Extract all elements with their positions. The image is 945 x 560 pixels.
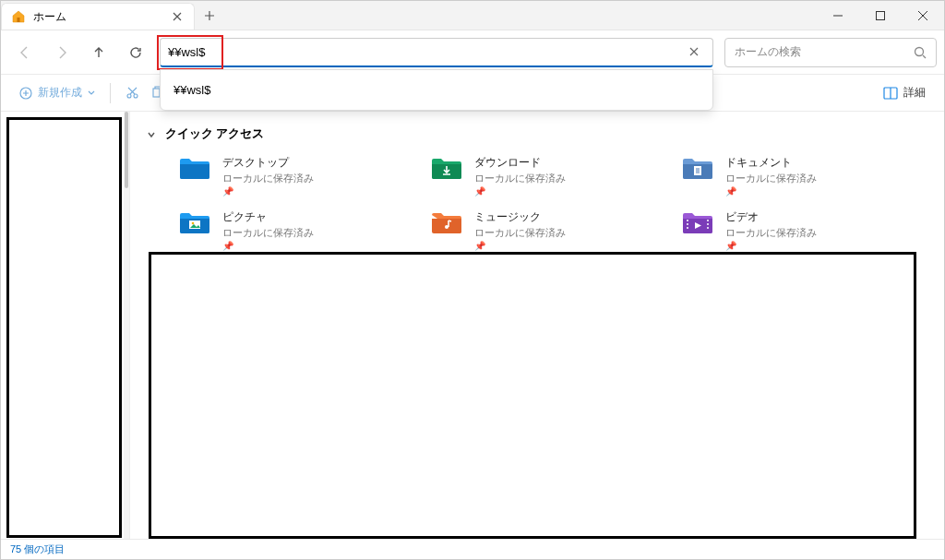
details-label: 詳細: [903, 85, 926, 101]
qa-name: ドキュメント: [725, 155, 817, 171]
maximize-button[interactable]: [859, 1, 902, 30]
qa-name: ミュージック: [474, 209, 566, 225]
qa-item-download[interactable]: ダウンロード ローカルに保存済み 📌: [430, 155, 673, 197]
tab-title: ホーム: [33, 9, 162, 25]
qa-sub: ローカルに保存済み: [222, 226, 314, 240]
svg-point-4: [127, 94, 131, 98]
window-controls: [817, 1, 944, 30]
home-icon: [11, 9, 26, 24]
qa-item-document[interactable]: ドキュメント ローカルに保存済み 📌: [681, 155, 924, 197]
main-redaction: [149, 252, 916, 539]
clear-address-icon[interactable]: [683, 41, 705, 63]
folder-picture-icon: [178, 209, 211, 235]
forward-button[interactable]: [45, 36, 78, 69]
status-bar: 75 個の項目: [1, 539, 944, 559]
qa-pin: 📌: [222, 241, 314, 251]
qa-sub: ローカルに保存済み: [725, 172, 817, 185]
qa-item-video[interactable]: ビデオ ローカルに保存済み 📌: [681, 209, 924, 251]
navbar: ¥¥wsl$ ホームの検索: [1, 30, 944, 75]
body: クイック アクセス デスクトップ ローカルに保存済み 📌: [1, 112, 944, 539]
quick-access-heading: クイック アクセス: [165, 126, 264, 142]
qa-pin: 📌: [474, 186, 566, 197]
sidebar-scrollbar[interactable]: [124, 112, 129, 539]
refresh-button[interactable]: [119, 36, 152, 69]
qa-pin: 📌: [725, 186, 817, 197]
titlebar-spacer: [224, 1, 817, 30]
qa-item-desktop[interactable]: デスクトップ ローカルに保存済み 📌: [178, 155, 421, 197]
qa-name: ダウンロード: [474, 155, 566, 171]
back-button[interactable]: [8, 36, 42, 69]
search-icon: [914, 46, 927, 59]
quick-access-header[interactable]: クイック アクセス: [147, 126, 933, 142]
chevron-down-icon: [88, 89, 95, 97]
plus-circle-icon: [19, 87, 32, 100]
qa-item-picture[interactable]: ピクチャ ローカルに保存済み 📌: [178, 209, 421, 251]
tab-close-icon[interactable]: [170, 9, 185, 24]
chevron-down-icon: [147, 130, 156, 139]
new-label: 新規作成: [38, 85, 82, 101]
qa-name: デスクトップ: [222, 155, 314, 171]
details-icon: [883, 87, 898, 100]
toolbar-divider: [110, 83, 111, 103]
qa-sub: ローカルに保存済み: [725, 226, 817, 240]
qa-sub: ローカルに保存済み: [474, 226, 566, 240]
qa-pin: 📌: [222, 186, 314, 197]
address-suggestion-item[interactable]: ¥¥wsl$: [161, 76, 712, 104]
new-tab-button[interactable]: [195, 1, 224, 30]
new-button[interactable]: 新規作成: [14, 81, 101, 104]
address-input[interactable]: [168, 45, 683, 59]
svg-rect-6: [153, 89, 160, 97]
minimize-button[interactable]: [817, 1, 859, 30]
svg-point-11: [445, 225, 449, 229]
titlebar: ホーム: [1, 1, 944, 30]
folder-video-icon: [681, 209, 714, 235]
folder-desktop-icon: [178, 155, 211, 181]
up-button[interactable]: [82, 36, 115, 69]
details-button[interactable]: 詳細: [878, 81, 931, 104]
sidebar: [1, 112, 130, 539]
qa-name: ビデオ: [725, 209, 817, 225]
folder-document-icon: [681, 155, 714, 181]
qa-pin: 📌: [725, 241, 817, 251]
qa-item-music[interactable]: ミュージック ローカルに保存済み 📌: [430, 209, 673, 251]
main-content: クイック アクセス デスクトップ ローカルに保存済み 📌: [130, 112, 944, 539]
status-text: 75 個の項目: [10, 542, 65, 556]
search-box[interactable]: ホームの検索: [724, 38, 937, 67]
folder-download-icon: [430, 155, 463, 181]
qa-sub: ローカルに保存済み: [474, 172, 566, 185]
address-bar[interactable]: [160, 38, 713, 67]
qa-name: ピクチャ: [222, 209, 314, 225]
folder-music-icon: [430, 209, 463, 235]
qa-pin: 📌: [474, 241, 566, 251]
cut-button[interactable]: [120, 82, 145, 103]
search-placeholder: ホームの検索: [735, 44, 914, 60]
quick-access-grid: デスクトップ ローカルに保存済み 📌 ダウンロード ローカルに保存済み 📌: [141, 155, 933, 251]
close-window-button[interactable]: [902, 1, 944, 30]
tab-home[interactable]: ホーム: [1, 3, 195, 30]
qa-sub: ローカルに保存済み: [222, 172, 314, 185]
address-bar-wrap: ¥¥wsl$: [160, 38, 713, 67]
address-suggestions: ¥¥wsl$: [160, 69, 713, 111]
svg-point-5: [134, 94, 138, 98]
svg-point-2: [915, 47, 924, 55]
scissors-icon: [126, 86, 139, 100]
svg-rect-1: [877, 11, 885, 19]
svg-rect-0: [18, 18, 20, 22]
sidebar-redaction: [6, 117, 122, 538]
svg-point-10: [192, 222, 195, 225]
